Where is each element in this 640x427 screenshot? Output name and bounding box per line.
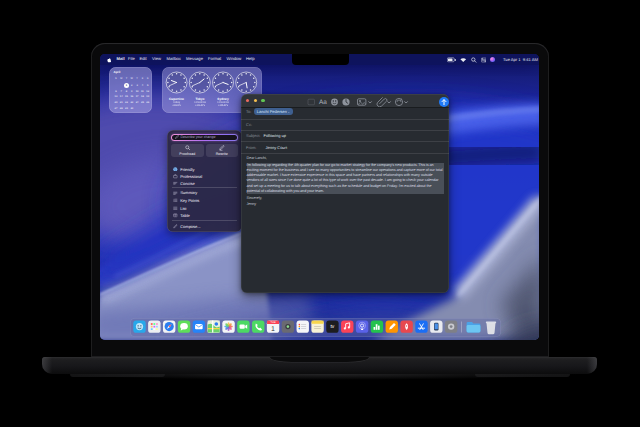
svg-text:1: 1 [271,326,275,333]
svg-text:TUE: TUE [270,321,275,324]
svg-text:tv: tv [330,324,334,330]
svg-text:Aa: Aa [319,99,327,106]
